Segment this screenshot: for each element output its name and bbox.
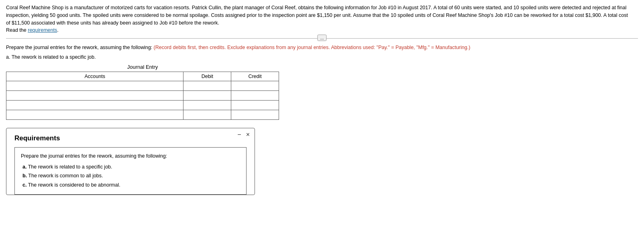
popup-inner-box: Prepare the journal entries for the rewo…	[14, 147, 247, 195]
account-cell-4[interactable]	[6, 110, 183, 120]
account-cell-1[interactable]	[6, 81, 183, 91]
list-item: c. The rework is considered to be abnorm…	[22, 181, 240, 190]
credit-input-3[interactable]	[231, 101, 279, 110]
debit-input-1[interactable]	[183, 81, 231, 90]
popup-title: Requirements	[14, 134, 247, 142]
debit-cell-1[interactable]	[183, 81, 231, 91]
intro-paragraph: Coral Reef Machine Shop is a manufacture…	[6, 4, 632, 34]
table-row	[6, 110, 279, 120]
popup-controls: − ×	[236, 131, 251, 138]
account-cell-3[interactable]	[6, 101, 183, 110]
list-item: b. The rework is common to all jobs.	[22, 171, 240, 181]
minimize-button[interactable]: −	[236, 131, 242, 138]
item-b-text: The rework is common to all jobs.	[28, 173, 103, 179]
credit-cell-4[interactable]	[231, 110, 279, 120]
credit-input-1[interactable]	[231, 81, 279, 90]
item-a-label: a.	[22, 164, 26, 170]
section-a-label: a. The rework is related to a specific j…	[6, 54, 638, 60]
debit-input-4[interactable]	[183, 110, 231, 119]
debit-cell-2[interactable]	[183, 91, 231, 101]
account-input-2[interactable]	[6, 91, 183, 100]
col-debit: Debit	[183, 72, 231, 81]
debit-cell-3[interactable]	[183, 101, 231, 110]
prepare-instruction-detail: (Record debits first, then credits. Excl…	[154, 45, 471, 50]
col-accounts: Accounts	[6, 72, 183, 81]
item-c-text: The rework is considered to be abnormal.	[28, 182, 120, 188]
col-credit: Credit	[231, 72, 279, 81]
requirements-link[interactable]: requirements	[28, 27, 57, 33]
debit-input-3[interactable]	[183, 101, 231, 110]
account-input-1[interactable]	[6, 81, 183, 90]
ellipsis-button[interactable]: ...	[317, 35, 326, 41]
intro-text-main: Coral Reef Machine Shop is a manufacture…	[6, 5, 628, 26]
credit-input-2[interactable]	[231, 91, 279, 100]
popup-inner-title: Prepare the journal entries for the rewo…	[21, 152, 240, 161]
table-row	[6, 81, 279, 91]
table-row	[6, 91, 279, 101]
divider-section: ...	[6, 38, 638, 39]
item-a-text: The rework is related to a specific job.	[28, 164, 112, 170]
item-c-label: c.	[22, 182, 26, 188]
table-row	[6, 101, 279, 110]
account-input-3[interactable]	[6, 101, 183, 110]
read-label: Read the	[6, 27, 28, 33]
item-b-label: b.	[22, 173, 27, 179]
requirements-popup: − × Requirements Prepare the journal ent…	[6, 128, 255, 195]
account-cell-2[interactable]	[6, 91, 183, 101]
journal-title: Journal Entry	[6, 64, 279, 70]
list-item: a. The rework is related to a specific j…	[22, 162, 240, 172]
debit-input-2[interactable]	[183, 91, 231, 100]
credit-cell-1[interactable]	[231, 81, 279, 91]
credit-input-4[interactable]	[231, 110, 279, 119]
account-input-4[interactable]	[6, 110, 183, 119]
prepare-instructions: Prepare the journal entries for the rewo…	[6, 45, 638, 50]
journal-table: Accounts Debit Credit	[6, 72, 279, 120]
debit-cell-4[interactable]	[183, 110, 231, 120]
prepare-main-text: Prepare the journal entries for the rewo…	[6, 45, 152, 50]
close-button[interactable]: ×	[245, 131, 251, 138]
read-period: .	[57, 27, 58, 33]
credit-cell-2[interactable]	[231, 91, 279, 101]
journal-table-container: Journal Entry Accounts Debit Credit	[6, 64, 279, 120]
credit-cell-3[interactable]	[231, 101, 279, 110]
